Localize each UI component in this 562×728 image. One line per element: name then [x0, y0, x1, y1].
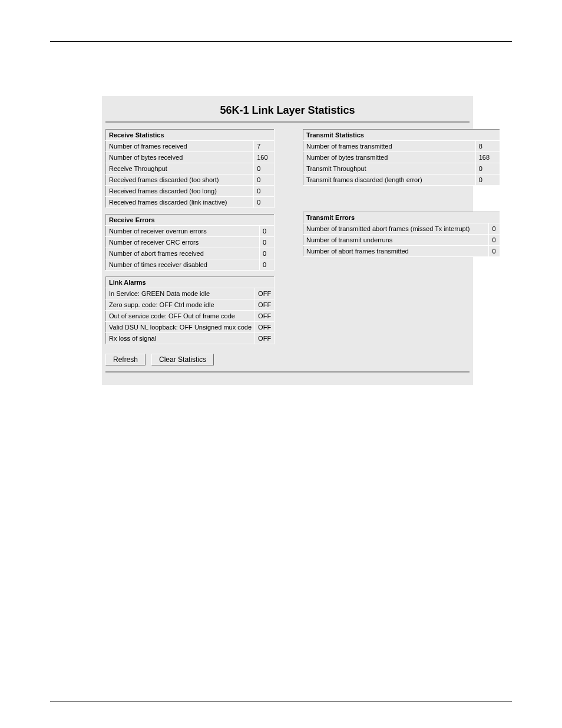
stat-value: 0: [475, 174, 500, 186]
link-alarms-table: Link Alarms In Service: GREEN Data mode …: [105, 276, 275, 344]
table-row: Transmit Throughput0: [303, 163, 500, 174]
stat-value: 0: [254, 174, 275, 186]
table-row: Transmit frames discarded (length error)…: [303, 174, 500, 186]
table-row: Received frames discarded (too short)0: [106, 174, 275, 186]
link-alarms-header: Link Alarms: [106, 277, 275, 288]
stat-value: OFF: [255, 322, 275, 333]
table-row: Number of receiver CRC errors0: [106, 237, 275, 248]
receive-errors-table: Receive Errors Number of receiver overru…: [105, 214, 275, 271]
stat-value: OFF: [255, 311, 275, 322]
stat-label: Number of transmitted abort frames (miss…: [303, 223, 489, 235]
stat-label: Received frames discarded (too short): [106, 174, 254, 186]
title-divider: [105, 121, 470, 123]
stat-value: 0: [259, 259, 274, 271]
table-row: Number of abort frames transmitted0: [303, 246, 500, 257]
stat-label: Received frames discarded (too long): [106, 186, 254, 197]
table-row: Number of transmitted abort frames (miss…: [303, 223, 500, 235]
transmit-errors-table: Transmit Errors Number of transmitted ab…: [303, 212, 500, 257]
stat-value: OFF: [255, 333, 275, 344]
stat-value: OFF: [255, 288, 275, 299]
table-row: In Service: GREEN Data mode idleOFF: [106, 288, 275, 299]
stat-value: 0: [259, 248, 274, 259]
stat-label: Received frames discarded (link inactive…: [106, 197, 254, 208]
stat-value: 0: [489, 246, 500, 257]
stat-label: Number of times receiver disabled: [106, 259, 260, 271]
stat-label: Number of transmit underruns: [303, 235, 489, 246]
right-column: Transmit Statistics Number of frames tra…: [303, 129, 500, 257]
stat-value: 0: [259, 226, 274, 237]
table-row: Zero supp. code: OFF Ctrl mode idleOFF: [106, 299, 275, 311]
stat-label: Number of abort frames received: [106, 248, 260, 259]
left-column: Receive Statistics Number of frames rece…: [105, 129, 275, 344]
stat-label: Number of abort frames transmitted: [303, 246, 489, 257]
stat-value: 160: [254, 152, 275, 163]
stats-panel: 56K-1 Link Layer Statistics Receive Stat…: [102, 96, 473, 385]
table-row: Number of frames received7: [106, 141, 275, 152]
table-row: Number of frames transmitted8: [303, 141, 500, 152]
receive-errors-header: Receive Errors: [106, 215, 275, 226]
spacer: [303, 192, 500, 206]
stat-label: Number of frames received: [106, 141, 254, 152]
stat-value: 0: [259, 237, 274, 248]
stat-label: Valid DSU NL loopback: OFF Unsigned mux …: [106, 322, 255, 333]
stat-value: 7: [254, 141, 275, 152]
stat-label: Out of service code: OFF Out of frame co…: [106, 311, 255, 322]
stat-value: 0: [489, 235, 500, 246]
stat-value: 0: [254, 197, 275, 208]
table-row: Number of transmit underruns0: [303, 235, 500, 246]
stat-label: Receive Throughput: [106, 163, 254, 174]
stat-label: Transmit frames discarded (length error): [303, 174, 476, 186]
table-row: Number of times receiver disabled0: [106, 259, 275, 271]
stat-value: 8: [475, 141, 500, 152]
stat-value: 168: [475, 152, 500, 163]
table-row: Out of service code: OFF Out of frame co…: [106, 311, 275, 322]
stat-value: 0: [489, 223, 500, 235]
table-row: Number of bytes received160: [106, 152, 275, 163]
stat-label: Zero supp. code: OFF Ctrl mode idle: [106, 299, 255, 311]
table-row: Received frames discarded (too long)0: [106, 186, 275, 197]
stat-label: Transmit Throughput: [303, 163, 476, 174]
stat-value: 0: [254, 163, 275, 174]
bottom-divider: [50, 701, 512, 701]
stat-value: 0: [475, 163, 500, 174]
transmit-statistics-table: Transmit Statistics Number of frames tra…: [303, 129, 500, 186]
transmit-statistics-header: Transmit Statistics: [303, 130, 500, 141]
receive-statistics-table: Receive Statistics Number of frames rece…: [105, 129, 275, 208]
refresh-button[interactable]: Refresh: [105, 354, 146, 365]
stat-label: Number of frames transmitted: [303, 141, 476, 152]
stat-label: Number of bytes received: [106, 152, 254, 163]
page-title: 56K-1 Link Layer Statistics: [102, 96, 473, 121]
stat-label: In Service: GREEN Data mode idle: [106, 288, 255, 299]
stat-label: Number of receiver CRC errors: [106, 237, 260, 248]
bottom-panel-divider: [105, 371, 470, 373]
table-row: Rx loss of signalOFF: [106, 333, 275, 344]
table-row: Number of bytes transmitted168: [303, 152, 500, 163]
stat-label: Number of receiver overrun errors: [106, 226, 260, 237]
top-divider: [50, 41, 512, 42]
stat-label: Number of bytes transmitted: [303, 152, 476, 163]
stat-value: 0: [254, 186, 275, 197]
stat-label: Rx loss of signal: [106, 333, 255, 344]
clear-statistics-button[interactable]: Clear Statistics: [151, 354, 214, 365]
table-row: Number of abort frames received0: [106, 248, 275, 259]
table-row: Receive Throughput0: [106, 163, 275, 174]
table-row: Valid DSU NL loopback: OFF Unsigned mux …: [106, 322, 275, 333]
stat-value: OFF: [255, 299, 275, 311]
transmit-errors-header: Transmit Errors: [303, 212, 500, 223]
table-row: Received frames discarded (link inactive…: [106, 197, 275, 208]
receive-statistics-header: Receive Statistics: [106, 130, 275, 141]
table-row: Number of receiver overrun errors0: [106, 226, 275, 237]
